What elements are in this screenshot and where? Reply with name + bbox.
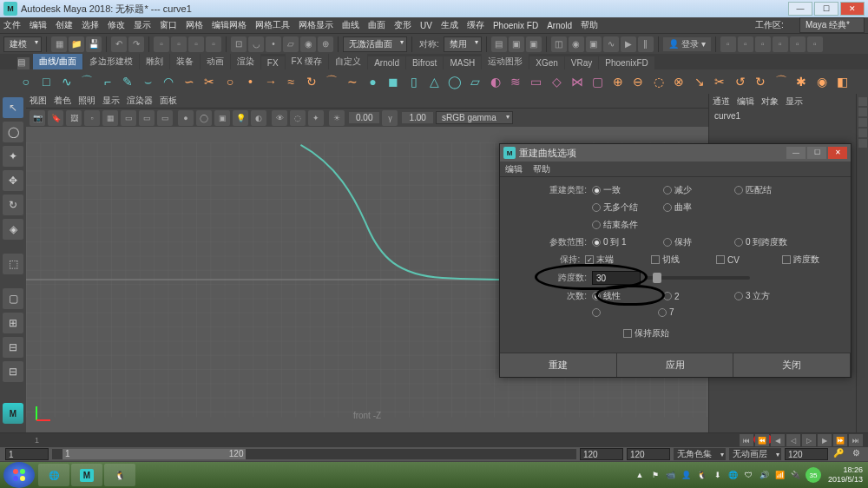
radio-reduce[interactable] (663, 186, 672, 195)
menu-item[interactable]: 显示 (134, 19, 151, 31)
menu-item[interactable]: 修改 (108, 19, 125, 31)
toggle-icon[interactable] (858, 139, 867, 148)
menu-item[interactable]: 文件 (3, 19, 21, 31)
snap-live-icon[interactable]: ◉ (300, 36, 316, 52)
vp-xray-joints-icon[interactable]: ✦ (308, 110, 324, 126)
boundary-icon[interactable]: ▢ (589, 73, 606, 90)
tray-up-icon[interactable]: ▲ (634, 469, 646, 481)
chk-tangents[interactable] (651, 255, 660, 264)
tray-volume-icon[interactable]: 🔊 (759, 469, 771, 481)
start-button[interactable] (3, 462, 35, 488)
menu-item[interactable]: Arnold (547, 21, 572, 30)
radio-7[interactable] (658, 308, 667, 317)
rotate-tool[interactable]: ↻ (3, 195, 23, 215)
fillet-icon[interactable]: ⌒ (324, 73, 341, 90)
circle-icon[interactable]: ○ (17, 73, 35, 90)
vp-bookmark-icon[interactable]: 🔖 (48, 110, 63, 126)
prefs-icon[interactable]: ⚙ (849, 448, 863, 460)
shelf-tab[interactable]: 自定义 (329, 54, 367, 69)
shelf-tab[interactable]: FX 缓存 (286, 54, 329, 69)
tray-qq-icon[interactable]: 🐧 (696, 469, 708, 481)
vp-shading-icon[interactable]: ● (178, 110, 194, 126)
project-icon[interactable]: ↘ (691, 73, 708, 90)
shelf-tab[interactable]: 曲线/曲面 (33, 54, 82, 69)
taskbar-app-browser[interactable]: 🌐 (38, 464, 69, 486)
graph-editor-icon[interactable]: ∿ (603, 36, 619, 52)
radio-nomult[interactable] (592, 203, 601, 212)
arc3-icon[interactable]: ⌣ (140, 73, 157, 90)
vp-resolution-icon[interactable]: ▭ (139, 110, 155, 126)
vp-shadows-icon[interactable]: ◐ (251, 110, 266, 126)
pencil-icon[interactable]: ✎ (120, 73, 137, 90)
panel-layout-icon[interactable]: ◫ (551, 36, 567, 52)
maximize-button[interactable]: ☐ (814, 2, 838, 16)
layout-outliner-icon[interactable]: ⊟ (3, 361, 23, 382)
shelf-tab[interactable]: 运动图形 (482, 54, 529, 69)
play-back-icon[interactable]: ◁ (786, 434, 800, 446)
radio-match[interactable] (734, 186, 743, 195)
tray-clock[interactable]: 18:26 2019/5/13 (828, 465, 863, 485)
vp-menu[interactable]: 显示 (102, 95, 120, 107)
menu-item[interactable]: 网格显示 (299, 19, 333, 31)
cone-icon[interactable]: △ (425, 73, 443, 90)
intersect-icon[interactable]: ⊗ (671, 73, 688, 90)
chk-keep-original[interactable] (623, 329, 632, 338)
shelf-tab[interactable]: MASH (444, 56, 481, 69)
toggle-icon[interactable] (858, 129, 867, 137)
vp-lights-icon[interactable]: 💡 (233, 110, 248, 126)
select-all-icon[interactable]: ▫ (171, 36, 187, 52)
play-icon[interactable]: ▶ (621, 36, 636, 52)
vp-2d-icon[interactable]: ▫ (84, 110, 100, 126)
menu-item[interactable]: 变形 (394, 19, 411, 31)
tray-browser-icon[interactable]: 🌐 (727, 469, 740, 481)
shelf-tab[interactable]: Bifrost (406, 56, 443, 69)
opacity-field[interactable]: 0.00 (349, 112, 379, 123)
shelf-tab[interactable]: 装备 (170, 54, 200, 69)
current-frame-field[interactable]: 120 (785, 448, 828, 460)
toggle-icon[interactable]: ▫ (738, 36, 753, 52)
attach-icon[interactable]: ∽ (181, 73, 198, 90)
right-tab[interactable]: 编辑 (737, 96, 754, 109)
radio-end[interactable] (592, 221, 601, 229)
detach-srf-icon[interactable]: ⊖ (629, 73, 647, 90)
trim-icon[interactable]: ✂ (712, 73, 729, 90)
select-tool[interactable]: ↖ (3, 97, 23, 118)
extrude-icon[interactable]: ▭ (528, 73, 545, 90)
square-icon[interactable]: □ (38, 73, 56, 90)
select-type-icon[interactable]: ▫ (206, 36, 221, 52)
minimize-button[interactable]: — (788, 2, 812, 16)
vp-menu[interactable]: 渲染器 (127, 95, 153, 107)
next-key-icon[interactable]: ⏩ (833, 434, 847, 446)
vp-grid-icon[interactable]: ▦ (102, 110, 118, 126)
close-button[interactable]: 关闭 (733, 353, 851, 377)
gamma-field[interactable]: 1.00 (402, 112, 432, 123)
spans-slider[interactable] (646, 276, 750, 280)
sculpt-icon[interactable]: ◉ (813, 73, 831, 90)
tray-battery-icon[interactable]: 🔌 (790, 469, 802, 481)
shelf-tab[interactable]: Arnold (368, 56, 405, 69)
shelf-tab[interactable]: 雕刻 (140, 54, 169, 69)
range-bar[interactable]: 1120 (52, 449, 576, 459)
vp-menu[interactable]: 视图 (30, 95, 47, 107)
prev-key-icon[interactable]: ⏪ (755, 434, 769, 446)
move-tool[interactable]: ✥ (3, 170, 23, 191)
shelf-tab[interactable]: FX (261, 56, 285, 69)
mode-dropdown[interactable]: 建模 (3, 36, 42, 52)
rebuild-srf-icon[interactable]: ↻ (753, 73, 770, 90)
lasso-tool[interactable]: ◯ (3, 122, 23, 142)
autokey-icon[interactable]: 🔑 (832, 448, 845, 460)
play-end-field[interactable]: 120 (580, 448, 623, 460)
anim-end-field[interactable]: 120 (627, 448, 670, 460)
snap-point-icon[interactable]: • (266, 36, 281, 52)
selected-object[interactable]: curve1 (709, 109, 856, 122)
hypershade-icon[interactable]: ◉ (569, 36, 584, 52)
vp-isolate-icon[interactable]: 👁 (272, 110, 287, 126)
tray-security-icon[interactable]: 🛡 (743, 469, 755, 481)
dialog-menu[interactable]: 编辑 (505, 163, 523, 175)
radio-keep[interactable] (663, 238, 672, 247)
vp-xray-icon[interactable]: ◌ (290, 110, 306, 126)
snap-grid-icon[interactable]: ⊡ (231, 36, 247, 52)
menu-item[interactable]: 帮助 (581, 19, 598, 31)
snap-center-icon[interactable]: ⊕ (318, 36, 333, 52)
radio-uniform[interactable] (592, 186, 601, 195)
